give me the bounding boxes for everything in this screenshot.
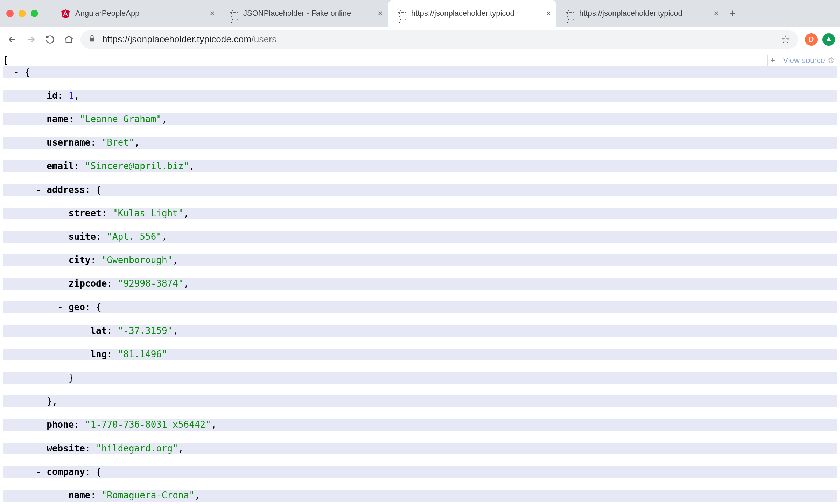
url-text: https://jsonplaceholder.typicode.com/use… — [102, 34, 276, 45]
json-favicon-icon: { } — [229, 8, 238, 18]
tab-label: https://jsonplaceholder.typicod — [411, 9, 543, 18]
close-window-button[interactable] — [6, 10, 14, 17]
gear-icon[interactable]: ⚙ — [828, 56, 835, 65]
window-controls — [6, 10, 38, 17]
tab-jsonplaceholder-users[interactable]: { } https://jsonplaceholder.typicod × — [388, 0, 556, 27]
close-icon[interactable]: × — [714, 9, 719, 18]
close-icon[interactable]: × — [210, 9, 215, 18]
json-favicon-icon: { } — [397, 8, 406, 18]
page-content: + - View source ⚙ [ - { id: 1, name: "Le… — [0, 52, 840, 504]
expand-all-button[interactable]: + — [770, 56, 775, 65]
tab-jsonplaceholder-home[interactable]: { } JSONPlaceholder - Fake online × — [220, 0, 388, 27]
profile-avatar[interactable]: D — [805, 33, 818, 46]
new-tab-button[interactable]: + — [724, 0, 741, 27]
tabs: AngularPeopleApp × { } JSONPlaceholder -… — [52, 0, 836, 27]
minimize-window-button[interactable] — [19, 10, 26, 17]
home-button[interactable] — [62, 32, 76, 47]
angular-icon — [61, 8, 70, 18]
view-source-link[interactable]: View source — [783, 56, 825, 65]
tab-label: https://jsonplaceholder.typicod — [579, 9, 711, 18]
maximize-window-button[interactable] — [31, 10, 38, 17]
bookmark-star-button[interactable]: ☆ — [781, 33, 790, 46]
json-body[interactable]: [ - { id: 1, name: "Leanne Graham", user… — [0, 52, 840, 504]
close-icon[interactable]: × — [378, 9, 383, 18]
forward-button[interactable] — [24, 32, 38, 47]
tab-label: JSONPlaceholder - Fake online — [243, 9, 375, 18]
tab-angular[interactable]: AngularPeopleApp × — [52, 0, 220, 27]
tab-label: AngularPeopleApp — [75, 9, 207, 18]
json-favicon-icon: { } — [565, 8, 574, 18]
extension-button[interactable] — [822, 33, 835, 46]
address-bar[interactable]: https://jsonplaceholder.typicode.com/use… — [80, 30, 798, 49]
back-button[interactable] — [5, 32, 20, 47]
tab-bar: AngularPeopleApp × { } JSONPlaceholder -… — [0, 0, 840, 27]
reload-button[interactable] — [43, 32, 57, 47]
tab-jsonplaceholder-2[interactable]: { } https://jsonplaceholder.typicod × — [556, 0, 724, 27]
close-icon[interactable]: × — [546, 9, 551, 18]
collapse-all-button[interactable]: - — [778, 56, 780, 65]
toolbar: https://jsonplaceholder.typicode.com/use… — [0, 27, 840, 52]
json-viewer-toolbar: + - View source ⚙ — [767, 55, 838, 66]
lock-icon — [88, 35, 96, 44]
